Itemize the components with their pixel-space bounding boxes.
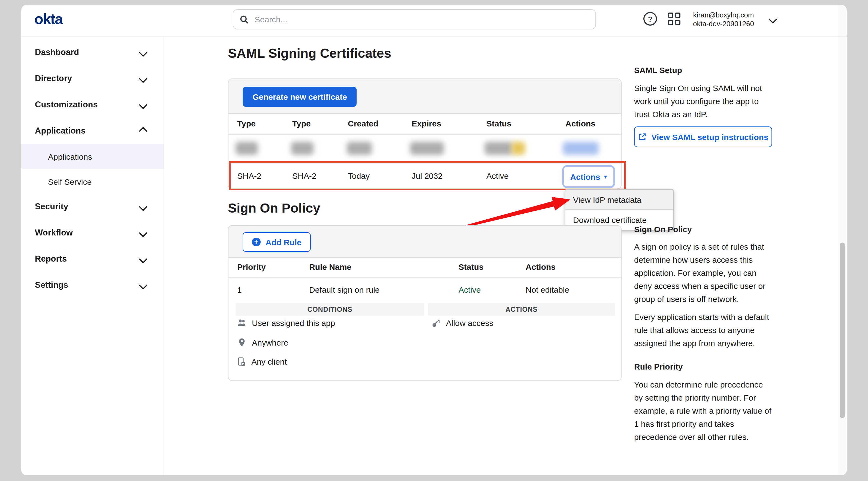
panel-title-rule-priority: Rule Priority — [634, 362, 683, 371]
topbar-divider — [21, 36, 847, 37]
users-icon — [237, 319, 246, 327]
sidebar-item-customizations[interactable]: Customizations — [21, 92, 163, 118]
sign-on-policy-card: + Add Rule Priority Rule Name Status Act… — [228, 225, 622, 381]
view-saml-setup-instructions-button[interactable]: View SAML setup instructions — [634, 126, 772, 147]
account-menu[interactable]: kiran@boxyhq.com okta-dev-20901260 — [683, 11, 765, 28]
certificates-table-header: Type Type Created Expires Status Actions — [228, 114, 621, 135]
account-email: kiran@boxyhq.com — [683, 11, 765, 20]
condition-any-client: Any client — [237, 357, 287, 366]
conditions-band: CONDITIONS — [236, 303, 424, 316]
chevron-down-icon — [139, 74, 147, 83]
sidebar-item-applications[interactable]: Applications — [21, 118, 163, 144]
mobile-client-icon — [237, 357, 246, 366]
sidebar-item-security[interactable]: Security — [21, 193, 163, 220]
sidebar-item-workflow[interactable]: Workflow — [21, 220, 163, 246]
certificates-card: Generate new certificate Type Type Creat… — [228, 78, 622, 189]
chevron-up-icon — [139, 126, 147, 135]
redacted-type — [236, 142, 258, 155]
sidebar-item-directory[interactable]: Directory — [21, 65, 163, 92]
redacted-status-badge — [512, 142, 525, 155]
sidebar-subitem-applications[interactable]: Applications — [21, 144, 163, 169]
panel-title-sign-on-policy: Sign On Policy — [634, 225, 692, 234]
sidebar-subitem-self-service[interactable]: Self Service — [21, 169, 163, 194]
search-input[interactable] — [253, 14, 589, 25]
sidebar-item-settings[interactable]: Settings — [21, 272, 163, 298]
rule-status-active: Active — [459, 285, 481, 294]
certificate-row-sha2: SHA-2 SHA-2 Today Jul 2032 Active Action… — [228, 163, 621, 190]
policy-table-header: Priority Rule Name Status Actions — [228, 258, 621, 278]
scrollbar-thumb[interactable] — [840, 243, 845, 418]
section-title-sign-on-policy: Sign On Policy — [228, 200, 320, 216]
rule-priority-description: You can determine rule precedence by set… — [634, 378, 772, 444]
redacted-actions — [563, 142, 599, 155]
redacted-created — [347, 142, 372, 155]
sidebar-item-reports[interactable]: Reports — [21, 246, 163, 272]
plus-circle-icon: + — [252, 238, 260, 246]
sidebar-item-dashboard[interactable]: Dashboard — [21, 39, 163, 65]
key-icon — [432, 319, 440, 327]
sign-on-policy-description-2: Every application starts with a default … — [634, 311, 772, 350]
redacted-expires — [410, 142, 444, 155]
policy-rule-row: 1 Default sign on rule Active Not editab… — [228, 278, 621, 303]
search-icon — [240, 15, 249, 24]
sign-on-policy-description-1: A sign on policy is a set of rules that … — [634, 241, 772, 306]
menu-item-view-idp-metadata[interactable]: View IdP metadata — [565, 190, 673, 210]
certificate-status: Active — [486, 171, 509, 181]
saml-setup-description: Single Sign On using SAML will not work … — [634, 82, 772, 121]
rule-not-editable: Not editable — [526, 285, 569, 294]
action-allow-access: Allow access — [432, 318, 493, 327]
global-search[interactable] — [233, 9, 596, 29]
help-icon[interactable]: ? — [643, 12, 657, 26]
chevron-down-icon — [139, 202, 147, 211]
condition-user-assigned: User assigned this app — [237, 318, 335, 327]
chevron-down-icon — [139, 48, 147, 56]
redacted-status — [485, 142, 513, 155]
add-rule-button[interactable]: + Add Rule — [243, 232, 311, 252]
external-link-icon — [638, 132, 647, 141]
condition-anywhere: Anywhere — [237, 338, 288, 347]
chevron-down-icon — [139, 255, 147, 263]
location-pin-icon — [237, 338, 246, 347]
actions-dropdown-button[interactable]: Actions ▾ — [562, 165, 615, 188]
chevron-down-icon — [139, 228, 147, 237]
okta-logo[interactable]: okta — [34, 11, 62, 28]
page-title-saml-signing-certificates: SAML Signing Certificates — [228, 46, 391, 61]
generate-new-certificate-button[interactable]: Generate new certificate — [243, 87, 357, 107]
chevron-down-icon — [139, 100, 147, 109]
apps-grid-icon[interactable] — [668, 12, 681, 26]
sidebar-divider — [163, 37, 164, 475]
account-org: okta-dev-20901260 — [683, 20, 765, 28]
panel-title-saml-setup: SAML Setup — [634, 65, 682, 75]
caret-down-icon: ▾ — [604, 173, 607, 180]
chevron-down-icon — [139, 281, 147, 289]
redacted-type — [291, 142, 313, 155]
certificate-row-redacted — [228, 134, 621, 163]
actions-band: ACTIONS — [428, 303, 615, 316]
